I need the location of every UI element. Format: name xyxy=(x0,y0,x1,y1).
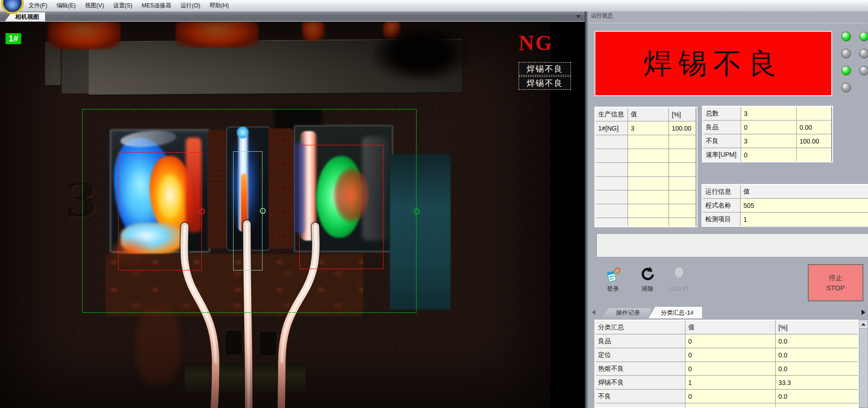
table-cell-empty xyxy=(628,177,668,190)
led-label: LED 灯 xyxy=(669,285,689,293)
table-cell: 100.00 xyxy=(797,134,831,148)
defect-banner: 焊锡不良 xyxy=(594,31,832,96)
result-ng-text: NG xyxy=(519,31,553,55)
station-label: 1# xyxy=(6,33,21,44)
tab-scroll-left-icon[interactable] xyxy=(592,310,595,315)
detection-roi-left-red xyxy=(118,152,202,270)
tab-classification-summary[interactable]: 分类汇总-1# xyxy=(649,307,702,318)
chevron-down-icon[interactable] xyxy=(576,15,581,18)
camera-viewport: 3 xyxy=(0,22,585,408)
column-header: 值 xyxy=(741,185,868,198)
table-cell: 0.0 xyxy=(776,334,858,348)
table-cell-empty xyxy=(628,190,668,204)
status-led-grid xyxy=(841,32,868,92)
counters-table: 总数 3 良品 0 0.00 不良 3 100.00 速率[UPM] 0 xyxy=(702,106,833,162)
table-cell: 0 xyxy=(741,148,796,161)
column-header: [%] xyxy=(669,108,696,121)
detection-roi-right-red xyxy=(299,145,383,269)
menu-edit[interactable]: 编辑(E) xyxy=(52,0,80,11)
table-cell: 1#[NG] xyxy=(595,121,628,135)
table-cell-empty xyxy=(669,218,696,227)
table-cell-empty xyxy=(595,163,628,176)
app-window: 文件(F) 编辑(E) 视图(V) 设置(S) MES连接器 运行(O) 帮助(… xyxy=(0,0,868,408)
row-label: 定位 xyxy=(595,348,685,362)
table-cell: 0 xyxy=(685,334,775,348)
status-led xyxy=(859,49,868,58)
status-led xyxy=(859,32,868,41)
table-cell-empty xyxy=(595,149,628,162)
table-cell-empty xyxy=(669,177,696,190)
table-cell-empty xyxy=(628,163,668,176)
table-cell: 33.3 xyxy=(776,376,858,389)
menu-mes-connector[interactable]: MES连接器 xyxy=(137,0,176,11)
column-header: 运行信息 xyxy=(702,185,740,198)
column-header: 分类汇总 xyxy=(595,321,685,334)
group-divider xyxy=(589,22,868,23)
login-button[interactable]: 登录 xyxy=(598,266,628,299)
table-cell-empty xyxy=(595,403,685,408)
status-led xyxy=(859,66,868,75)
table-cell-empty xyxy=(628,218,668,227)
table-cell-empty xyxy=(669,149,696,162)
status-led xyxy=(841,83,851,92)
panel-separator xyxy=(585,11,588,408)
table-cell-empty xyxy=(669,204,696,218)
table-cell: 0 xyxy=(685,390,775,403)
led-light-button[interactable]: LED 灯 xyxy=(664,266,694,299)
table-cell: 1 xyxy=(741,213,868,226)
clear-label: 清除 xyxy=(641,285,653,293)
row-label: 总数 xyxy=(703,107,741,120)
detection-roi-middle-green xyxy=(233,151,263,270)
roi-marker-circle-green xyxy=(260,208,266,214)
roi-marker-circle-green xyxy=(414,208,420,214)
clear-button[interactable]: 清除 xyxy=(633,266,662,299)
menu-bar: 文件(F) 编辑(E) 视图(V) 设置(S) MES连接器 运行(O) 帮助(… xyxy=(0,0,868,11)
table-cell xyxy=(797,148,831,161)
table-cell-empty xyxy=(628,204,668,218)
table-cell: 0.0 xyxy=(776,348,858,362)
tab-scroll-right-icon[interactable] xyxy=(862,310,865,315)
row-label: 焊锡不良 xyxy=(595,376,685,389)
table-cell-empty xyxy=(669,190,696,204)
row-label: 良品 xyxy=(595,334,685,348)
stop-button[interactable]: 停止 STOP xyxy=(808,264,863,301)
run-info-table: 运行信息 值 程式名称 505 检测项目 1 xyxy=(702,184,868,227)
row-label: 不良 xyxy=(703,134,741,148)
menu-settings[interactable]: 设置(S) xyxy=(108,0,137,11)
table-cell: 0 xyxy=(685,362,775,375)
row-label: 不良 xyxy=(595,390,685,403)
status-led xyxy=(841,49,851,58)
table-cell: 100.00 xyxy=(669,121,696,135)
production-info-table: 生产信息 值 [%] 1#[NG] 3 100.00 xyxy=(594,107,697,227)
table-cell-empty xyxy=(669,135,696,149)
table-cell: 0.00 xyxy=(797,121,831,134)
row-label: 速率[UPM] xyxy=(703,148,741,161)
table-cell-empty xyxy=(595,190,628,204)
stop-label-en: STOP xyxy=(826,283,845,293)
defect-tag: 焊锡不良 xyxy=(519,76,571,90)
scrollbar-up-button[interactable] xyxy=(859,320,868,329)
message-box xyxy=(596,233,868,257)
status-led xyxy=(841,66,851,75)
table-cell-empty xyxy=(595,204,628,218)
column-header: 生产信息 xyxy=(595,108,628,121)
row-label: 检测项目 xyxy=(702,213,740,226)
table-cell: 1 xyxy=(685,376,775,389)
menu-view[interactable]: 视图(V) xyxy=(80,0,109,11)
defect-tag: 焊锡不良 xyxy=(519,62,571,75)
menu-help[interactable]: 帮助(H) xyxy=(205,0,234,11)
column-header: 值 xyxy=(628,108,668,121)
menu-file[interactable]: 文件(F) xyxy=(24,0,52,11)
menu-run[interactable]: 运行(O) xyxy=(176,0,205,11)
table-cell: 3 xyxy=(741,134,796,148)
roi-marker-circle-red xyxy=(199,208,205,214)
table-cell-empty xyxy=(669,163,696,176)
table-cell: 505 xyxy=(741,199,868,212)
clear-refresh-icon xyxy=(639,266,656,282)
view-tab-strip: 相机视图 xyxy=(0,11,585,22)
tab-operation-log[interactable]: 操作记录 xyxy=(602,308,651,318)
led-bulb-icon xyxy=(671,266,687,282)
login-badge-icon xyxy=(605,266,621,282)
classification-summary-table: 分类汇总 值 [%] 良品 0 0.0 定位 0 0.0 热熔不良 0 0.0 … xyxy=(594,320,859,408)
row-label: 良品 xyxy=(703,121,741,134)
